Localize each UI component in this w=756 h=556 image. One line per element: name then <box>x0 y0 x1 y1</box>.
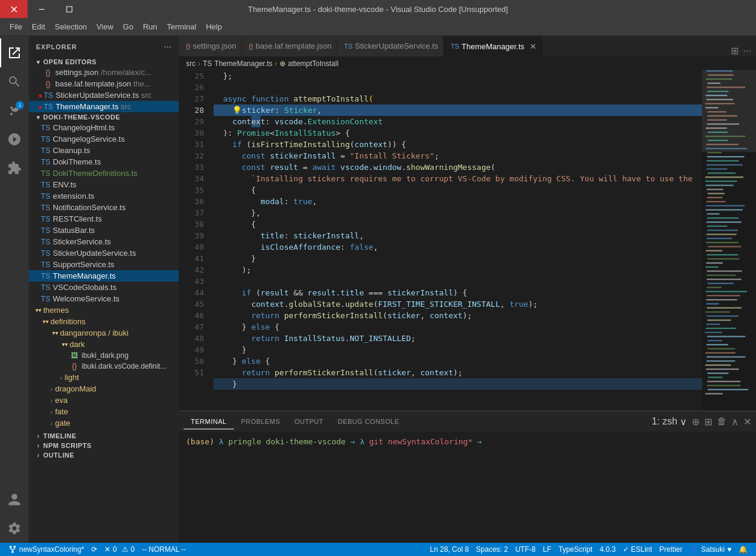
file-ibuki-definition[interactable]: {} ibuki.dark.vsCode.definit... <box>29 361 179 372</box>
file-ENV[interactable]: TS ENV.ts <box>29 179 179 190</box>
menu-view[interactable]: View <box>92 20 118 34</box>
folder-dark[interactable]: ▾ dark <box>29 339 179 350</box>
status-eslint[interactable]: ✓ ESLint <box>619 545 656 554</box>
ts-icon: TS <box>41 158 50 166</box>
status-language[interactable]: TypeScript <box>555 545 596 554</box>
open-editor-base-laf[interactable]: {} base.laf.template.json the... <box>29 78 179 89</box>
file-NotificationService[interactable]: TS NotificationService.ts <box>29 202 179 213</box>
status-line-ending[interactable]: LF <box>539 545 555 554</box>
tab-settings-json[interactable]: {} settings.json <box>179 36 242 56</box>
status-sync[interactable]: ⟳ <box>88 545 101 554</box>
file-DokiThemeDefinitions[interactable]: TS DokiThemeDefinitions.ts <box>29 168 179 179</box>
tab-theme-manager[interactable]: TS ThemeManager.ts ✕ <box>443 36 543 56</box>
folder-gate[interactable]: › gate <box>29 417 179 429</box>
light-chevron: › <box>60 374 62 381</box>
activity-extensions[interactable] <box>0 154 29 183</box>
code-line-38: { <box>214 219 702 230</box>
status-prettier[interactable]: Prettier <box>656 545 686 554</box>
project-section[interactable]: DOKI-THEME-VSCODE <box>29 112 179 122</box>
tab-debug-console[interactable]: DEBUG CONSOLE <box>331 414 406 429</box>
menu-terminal[interactable]: Terminal <box>162 20 201 34</box>
activity-source-control[interactable]: 1 <box>0 96 29 125</box>
open-editors-section[interactable]: OPEN EDITORS <box>29 57 179 67</box>
breadcrumb-method[interactable]: attemptToInstall <box>288 59 338 68</box>
file-WelcomeService[interactable]: TS WelcomeService.ts <box>29 293 179 304</box>
code-content[interactable]: }; async function attemptToInstall( 💡sti… <box>209 70 702 411</box>
menu-go[interactable]: Go <box>118 20 138 34</box>
folder-light[interactable]: › light <box>29 372 179 383</box>
status-errors[interactable]: ✕ 0 ⚠ 0 <box>101 545 138 554</box>
file-Cleanup[interactable]: TS Cleanup.ts <box>29 145 179 156</box>
timeline-section[interactable]: TIMELINE <box>29 431 179 441</box>
folder-eva[interactable]: › eva <box>29 394 179 406</box>
tab-terminal[interactable]: TERMINAL <box>184 414 234 429</box>
status-encoding[interactable]: UTF-8 <box>512 545 539 554</box>
open-editor-settings-json[interactable]: {} settings.json /home/alex/c... <box>29 67 179 78</box>
window-title: ThemeManager.ts - doki-theme-vscode - Vi… <box>248 5 508 14</box>
folder-themes[interactable]: ▾ themes <box>29 304 179 316</box>
menu-selection[interactable]: Selection <box>50 20 91 34</box>
file-StickerService[interactable]: TS StickerService.ts <box>29 236 179 247</box>
npm-section[interactable]: NPM SCRIPTS <box>29 441 179 450</box>
tab-sticker-update[interactable]: TS StickerUpdateService.ts <box>337 36 443 56</box>
folder-definitions[interactable]: ▾ definitions <box>29 316 179 327</box>
file-StatusBar[interactable]: TS StatusBar.ts <box>29 225 179 236</box>
file-ChangelogService[interactable]: TS ChangelogService.ts <box>29 133 179 145</box>
folder-dragonMaid[interactable]: › dragonMaid <box>29 383 179 394</box>
status-mode: -- NORMAL -- <box>138 545 190 554</box>
tab-output[interactable]: OUTPUT <box>287 414 331 429</box>
terminal-content[interactable]: (base) λ pringle doki-theme-vscode → λ g… <box>179 432 756 543</box>
folder-danganronpa-ibuki[interactable]: ▾ danganronpa / ibuki <box>29 327 179 339</box>
activity-search[interactable] <box>0 67 29 96</box>
open-editor-sticker-update[interactable]: ● TS StickerUpdateService.ts src <box>29 89 179 101</box>
minimize-button[interactable] <box>28 0 55 18</box>
status-notification[interactable]: 🔔 <box>735 545 751 554</box>
file-ThemeManager[interactable]: TS ThemeManager.ts <box>29 270 179 282</box>
tab-base-laf[interactable]: {} base.laf.template.json <box>242 36 337 56</box>
maximize-button[interactable] <box>55 0 83 18</box>
sidebar-more-button[interactable]: ··· <box>164 43 172 50</box>
split-terminal-icon[interactable]: ⊞ <box>704 416 712 428</box>
close-dot: ● <box>38 92 43 99</box>
activity-accounts[interactable] <box>0 485 29 514</box>
close-button[interactable] <box>0 0 28 18</box>
status-position[interactable]: Ln 28, Col 8 <box>427 545 473 554</box>
file-SupportService[interactable]: TS SupportService.ts <box>29 259 179 270</box>
new-terminal-icon[interactable]: ⊕ <box>692 416 700 428</box>
menu-help[interactable]: Help <box>201 20 227 34</box>
more-actions-icon[interactable]: ··· <box>743 46 751 56</box>
breadcrumb-src[interactable]: src <box>186 59 196 68</box>
kill-terminal-icon[interactable]: 🗑 <box>717 416 727 427</box>
file-RESTClient[interactable]: TS RESTClient.ts <box>29 213 179 225</box>
tab-close-button[interactable]: ✕ <box>528 41 538 51</box>
activity-explorer[interactable] <box>0 38 29 67</box>
file-DokiTheme[interactable]: TS DokiTheme.ts <box>29 156 179 168</box>
status-user[interactable]: 👤 Satsuki ♥ <box>686 545 735 554</box>
tab-problems[interactable]: PROBLEMS <box>234 414 287 429</box>
status-ts-version[interactable]: 4.0.3 <box>596 545 619 554</box>
warn-count: 0 <box>131 545 135 554</box>
split-editor-icon[interactable]: ⊞ <box>731 45 739 56</box>
status-spaces[interactable]: Spaces: 2 <box>472 545 511 554</box>
code-line-36: modal: true, <box>214 196 702 207</box>
menu-run[interactable]: Run <box>138 20 162 34</box>
maximize-panel-icon[interactable]: ∧ <box>731 416 739 428</box>
shell-selector[interactable]: 1: zsh ∨ <box>652 416 687 428</box>
open-editor-theme-manager[interactable]: ● TS ThemeManager.ts src <box>29 101 179 112</box>
file-extension[interactable]: TS extension.ts <box>29 190 179 202</box>
status-branch[interactable]: newSyntaxColoring* <box>5 545 88 554</box>
code-line-45: context.globalState.update(FIRST_TIME_ST… <box>214 298 702 310</box>
file-ibuki-png[interactable]: 🖼 ibuki_dark.png <box>29 350 179 361</box>
outline-section[interactable]: OUTLINE <box>29 450 179 460</box>
folder-fate[interactable]: › fate <box>29 406 179 417</box>
close-panel-icon[interactable]: ✕ <box>743 416 751 428</box>
menu-file[interactable]: File <box>5 20 27 34</box>
activity-settings[interactable] <box>0 514 29 543</box>
file-StickerUpdateService[interactable]: TS StickerUpdateService.ts <box>29 247 179 259</box>
ts-icon: TS <box>41 295 50 303</box>
breadcrumb-file[interactable]: ThemeManager.ts <box>214 59 272 68</box>
file-ChangelogHtml[interactable]: TS ChangelogHtml.ts <box>29 122 179 133</box>
menu-edit[interactable]: Edit <box>27 20 50 34</box>
file-VSCodeGlobals[interactable]: TS VSCodeGlobals.ts <box>29 282 179 293</box>
activity-run[interactable] <box>0 125 29 154</box>
